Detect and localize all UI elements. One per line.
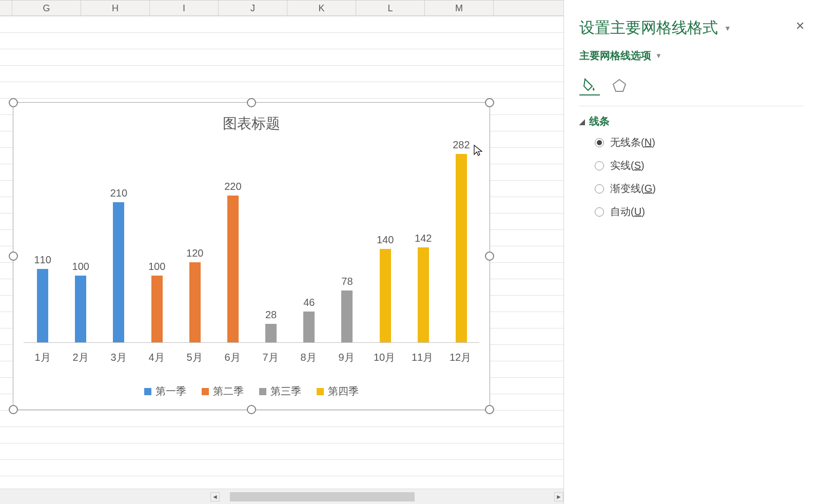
x-tick-label: 11月 [403, 351, 441, 364]
option-solid-line[interactable]: 实线(S) [595, 159, 804, 172]
bar[interactable]: 282 [456, 154, 467, 342]
data-label: 110 [34, 254, 51, 266]
effects-icon[interactable] [609, 75, 630, 95]
column-header[interactable]: L [356, 1, 425, 15]
data-label: 210 [110, 187, 127, 199]
legend-swatch-icon [202, 388, 209, 395]
bar[interactable]: 142 [418, 247, 429, 342]
x-axis-labels: 1月2月3月4月5月6月7月8月9月10月11月12月 [24, 351, 479, 364]
bar[interactable]: 210 [113, 202, 124, 342]
resize-handle-icon[interactable] [485, 251, 494, 261]
x-tick-label: 3月 [100, 351, 138, 364]
resize-handle-icon[interactable] [9, 98, 18, 107]
column-headers: GHIJKLM [0, 1, 563, 16]
resize-handle-icon[interactable] [9, 405, 18, 414]
legend-swatch-icon [144, 388, 151, 395]
x-tick-label: 10月 [365, 351, 403, 364]
data-label: 142 [415, 232, 432, 244]
spreadsheet-workspace: GHIJKLM 图表标题 110100210100120220284678140… [0, 0, 563, 504]
horizontal-scrollbar[interactable]: ◄ ► [0, 489, 563, 504]
chevron-down-icon: ▼ [655, 52, 662, 60]
column-header[interactable]: I [150, 1, 219, 15]
bar[interactable]: 46 [303, 312, 315, 342]
column-header[interactable]: H [81, 1, 150, 15]
chart-object[interactable]: 图表标题 110100210100120220284678140142282 1… [13, 102, 490, 410]
chart-legend[interactable]: 第一季第二季第三季第四季 [13, 384, 490, 398]
legend-label: 第二季 [213, 384, 244, 398]
resize-handle-icon[interactable] [9, 251, 18, 261]
radio-icon [595, 207, 604, 217]
resize-handle-icon[interactable] [485, 405, 494, 414]
data-label: 78 [341, 276, 353, 287]
pane-title: 设置主要网格线格式 ▼ [579, 17, 804, 38]
legend-swatch-icon [317, 388, 324, 395]
column-header[interactable]: M [425, 1, 494, 15]
option-label: 自动(U) [610, 205, 645, 219]
bar[interactable]: 100 [151, 276, 163, 342]
column-header[interactable]: J [219, 1, 287, 15]
data-label: 140 [377, 234, 394, 246]
x-tick-label: 1月 [24, 351, 62, 364]
legend-swatch-icon [259, 388, 266, 395]
bar[interactable]: 220 [227, 196, 239, 342]
x-tick-label: 5月 [176, 351, 213, 364]
legend-item[interactable]: 第二季 [202, 384, 244, 398]
bar[interactable]: 140 [380, 249, 391, 342]
radio-icon [595, 161, 604, 170]
x-tick-label: 8月 [289, 351, 327, 364]
x-tick-label: 9月 [327, 351, 365, 364]
grid-area[interactable]: 图表标题 110100210100120220284678140142282 1… [0, 16, 563, 489]
legend-label: 第三季 [270, 384, 301, 398]
data-label: 46 [303, 297, 315, 308]
legend-item[interactable]: 第四季 [317, 384, 359, 398]
legend-item[interactable]: 第三季 [259, 384, 301, 398]
column-header[interactable]: K [287, 1, 356, 15]
fill-line-icon[interactable] [579, 75, 600, 95]
axis-baseline [24, 342, 479, 343]
data-label: 100 [72, 261, 89, 273]
resize-handle-icon[interactable] [247, 98, 256, 107]
option-auto-line[interactable]: 自动(U) [595, 205, 804, 219]
radio-icon [595, 184, 604, 193]
x-tick-label: 12月 [441, 351, 479, 364]
svg-marker-0 [613, 80, 626, 91]
option-label: 无线条(N) [610, 135, 655, 149]
column-header[interactable]: G [12, 1, 81, 15]
data-label: 100 [148, 261, 165, 273]
bar[interactable]: 78 [341, 290, 353, 342]
x-tick-label: 6月 [213, 351, 251, 364]
resize-handle-icon[interactable] [247, 405, 256, 414]
bar[interactable]: 100 [75, 276, 86, 342]
radio-icon [595, 138, 604, 147]
option-gradient-line[interactable]: 渐变线(G) [595, 182, 804, 196]
option-no-line[interactable]: 无线条(N) [595, 135, 804, 149]
scroll-right-icon[interactable]: ► [554, 492, 563, 501]
plot-area[interactable]: 110100210100120220284678140142282 [24, 144, 479, 343]
format-pane: 设置主要网格线格式 ▼ ✕ 主要网格线选项 ▼ ◢ 线条 无线条(N) 实线(S… [563, 0, 819, 504]
bar[interactable]: 110 [37, 269, 48, 342]
legend-item[interactable]: 第一季 [144, 384, 186, 398]
bar[interactable]: 120 [189, 262, 201, 342]
line-options: 无线条(N) 实线(S) 渐变线(G) 自动(U) [595, 135, 804, 219]
data-label: 282 [453, 139, 470, 151]
option-label: 渐变线(G) [610, 182, 656, 196]
legend-label: 第一季 [155, 384, 186, 398]
data-label: 28 [265, 309, 277, 321]
legend-label: 第四季 [328, 384, 359, 398]
scroll-left-icon[interactable]: ◄ [210, 492, 220, 501]
pane-subtitle-text: 主要网格线选项 [579, 49, 651, 63]
close-icon[interactable]: ✕ [795, 20, 805, 33]
pane-title-dropdown-icon[interactable]: ▼ [724, 24, 731, 32]
x-tick-label: 4月 [138, 351, 176, 364]
chart-title[interactable]: 图表标题 [13, 103, 490, 133]
column-header-edge[interactable] [0, 1, 12, 15]
bar[interactable]: 28 [265, 324, 277, 342]
expand-icon: ◢ [579, 118, 585, 126]
scroll-thumb[interactable] [230, 492, 415, 501]
resize-handle-icon[interactable] [485, 98, 494, 107]
data-label: 220 [224, 181, 241, 192]
section-line[interactable]: ◢ 线条 [579, 114, 804, 128]
data-label: 120 [186, 247, 203, 259]
section-line-label: 线条 [589, 114, 610, 128]
pane-subtitle[interactable]: 主要网格线选项 ▼ [579, 49, 804, 63]
